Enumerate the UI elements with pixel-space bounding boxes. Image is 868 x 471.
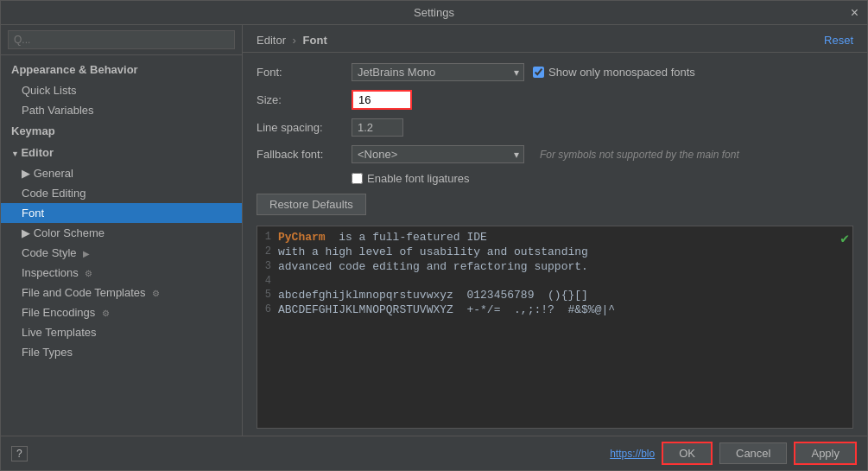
line-code-1: PyCharm is a full-featured IDE (278, 231, 487, 244)
dialog-title: Settings (414, 6, 454, 19)
line-code-3: advanced code editing and refactoring su… (278, 260, 588, 273)
sidebar-item-code-editing[interactable]: Code Editing (1, 183, 242, 203)
line-spacing-label: Line spacing: (257, 121, 343, 134)
inspections-icon: ⚙ (85, 269, 92, 278)
dialog-footer: ? https://blo OK Cancel Apply (1, 436, 867, 470)
reset-link[interactable]: Reset (824, 34, 853, 47)
line-number-6: 6 (257, 303, 278, 316)
line-number-3: 3 (257, 260, 278, 273)
preview-area: ✔ 1 PyCharm is a full-featured IDE 2 wit… (257, 226, 853, 429)
footer-left: ? (11, 448, 28, 460)
sidebar: Appearance & Behavior Quick Lists Path V… (1, 25, 243, 436)
preview-line-4: 4 (257, 274, 852, 288)
dialog-body: Appearance & Behavior Quick Lists Path V… (1, 25, 867, 436)
file-encodings-icon: ⚙ (102, 309, 110, 318)
footer-link[interactable]: https://blo (610, 448, 655, 460)
line-number-4: 4 (257, 275, 278, 287)
search-bar (1, 25, 242, 55)
help-icon[interactable]: ? (11, 446, 28, 461)
apply-button[interactable]: Apply (794, 442, 857, 465)
form-area: Font: JetBrains Mono Consolas Courier Ne… (243, 53, 867, 226)
ok-button[interactable]: OK (662, 442, 713, 465)
font-row: Font: JetBrains Mono Consolas Courier Ne… (257, 63, 853, 81)
sidebar-item-font[interactable]: Font (1, 203, 242, 223)
ligatures-checkbox[interactable] (352, 173, 363, 184)
preview-line-3: 3 advanced code editing and refactoring … (257, 259, 852, 274)
sidebar-item-file-code-templates[interactable]: File and Code Templates ⚙ (1, 283, 242, 302)
line-code-2: with a high level of usability and outst… (278, 245, 588, 258)
restore-row: Restore Defaults (257, 194, 853, 215)
code-style-icon: ▶ (83, 249, 90, 258)
font-label: Font: (257, 66, 343, 79)
title-bar: Settings × (1, 1, 867, 25)
cancel-button[interactable]: Cancel (719, 442, 787, 464)
sidebar-item-file-encodings[interactable]: File Encodings ⚙ (1, 302, 242, 322)
preview-line-5: 5 abcdefghijklmnopqrstuvwxyz 0123456789 … (257, 288, 852, 302)
breadcrumb-current: Font (303, 34, 327, 47)
settings-dialog: Settings × Appearance & Behavior Quick L… (0, 0, 868, 471)
line-spacing-input[interactable] (352, 118, 403, 137)
line-number-1: 1 (257, 231, 278, 244)
show-monospaced-label[interactable]: Show only monospaced fonts (533, 66, 695, 79)
size-input[interactable] (352, 90, 412, 110)
sidebar-item-path-variables[interactable]: Path Variables (1, 100, 242, 120)
line-code-6: ABCDEFGHIJKLMNOPQRSTUVWXYZ +-*/= .,;:!? … (278, 303, 615, 316)
sidebar-item-general[interactable]: ▶ General (1, 163, 242, 183)
breadcrumb-sep: › (293, 34, 296, 47)
preview-line-1: 1 PyCharm is a full-featured IDE (257, 230, 852, 245)
fallback-hint: For symbols not supported by the main fo… (540, 149, 739, 161)
main-content: Editor › Font Reset Font: JetBrains Mono… (243, 25, 867, 436)
breadcrumb: Editor › Font (257, 34, 327, 47)
sidebar-item-quick-lists[interactable]: Quick Lists (1, 80, 242, 100)
line-spacing-row: Line spacing: (257, 118, 853, 137)
file-templates-icon: ⚙ (152, 289, 160, 298)
size-label: Size: (257, 93, 343, 106)
preview-line-6: 6 ABCDEFGHIJKLMNOPQRSTUVWXYZ +-*/= .,;:!… (257, 302, 852, 317)
fallback-font-row: Fallback font: <None> For symbols not su… (257, 145, 853, 163)
sidebar-section: Appearance & Behavior Quick Lists Path V… (1, 55, 242, 366)
sidebar-group-editor[interactable]: Editor (1, 142, 242, 163)
sidebar-item-code-style[interactable]: Code Style ▶ (1, 243, 242, 263)
line-number-2: 2 (257, 245, 278, 258)
line-number-5: 5 (257, 289, 278, 302)
footer-right: https://blo OK Cancel Apply (610, 442, 857, 465)
restore-defaults-button[interactable]: Restore Defaults (257, 194, 366, 215)
sidebar-item-file-types[interactable]: File Types (1, 342, 242, 362)
ligatures-row: Enable font ligatures (257, 172, 853, 185)
main-header: Editor › Font Reset (243, 25, 867, 53)
fallback-font-select[interactable]: <None> (352, 145, 524, 163)
search-input[interactable] (8, 30, 235, 49)
sidebar-group-appearance[interactable]: Appearance & Behavior (1, 59, 242, 80)
sidebar-item-color-scheme[interactable]: ▶ Color Scheme (1, 223, 242, 243)
fallback-font-label: Fallback font: (257, 148, 343, 161)
preview-check-icon: ✔ (840, 230, 849, 247)
close-button[interactable]: × (851, 5, 858, 21)
sidebar-group-keymap[interactable]: Keymap (1, 120, 242, 142)
preview-line-2: 2 with a high level of usability and out… (257, 245, 852, 259)
size-row: Size: (257, 90, 853, 110)
ligatures-label[interactable]: Enable font ligatures (352, 172, 470, 185)
sidebar-item-live-templates[interactable]: Live Templates (1, 322, 242, 342)
show-monospaced-checkbox[interactable] (533, 67, 544, 78)
line-code-5: abcdefghijklmnopqrstuvwxyz 0123456789 ()… (278, 289, 588, 302)
font-select-wrapper: JetBrains Mono Consolas Courier New (352, 63, 524, 81)
fallback-font-select-wrapper: <None> (352, 145, 524, 163)
sidebar-item-inspections[interactable]: Inspections ⚙ (1, 263, 242, 283)
breadcrumb-parent: Editor (257, 34, 286, 47)
font-select[interactable]: JetBrains Mono Consolas Courier New (352, 63, 524, 81)
